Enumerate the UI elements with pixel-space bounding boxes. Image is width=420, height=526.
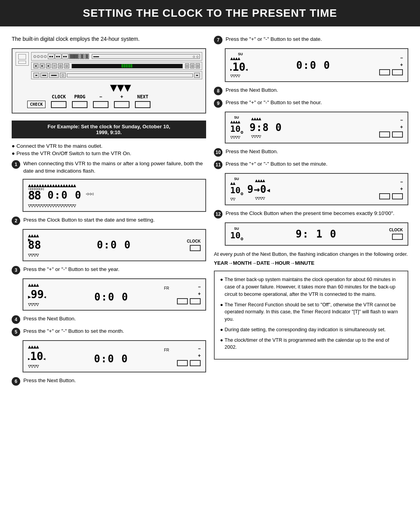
step-6: 6 Press the Next Button.: [12, 377, 206, 386]
prog-button[interactable]: [72, 101, 88, 108]
prog-btn-label: PROG: [74, 94, 86, 100]
step12-clock-label: CLOCK: [389, 228, 403, 232]
step-text-1: When connecting this VTR to the mains or…: [23, 160, 206, 175]
clock-button[interactable]: [51, 101, 66, 108]
display-step11: SU ▲▲ 10o ▽▽ ▲▲▲▲ 9→0◀ ▽▽▽▽ − +: [225, 173, 408, 205]
step11-plus-btn: [392, 193, 403, 199]
step-12: 12 Press the Clock Button when the prese…: [214, 210, 408, 218]
plus-button[interactable]: [114, 101, 130, 108]
page-title: SETTING THE CLOCK TO THE PRESENT TIME: [0, 0, 420, 26]
step-10: 10 Press the Next Button.: [214, 148, 408, 157]
step9-minus-btn: [379, 131, 390, 138]
plus-btn-label: +: [121, 94, 123, 100]
step2-clock-label: CLOCK: [187, 239, 201, 243]
step-num-7: 7: [214, 36, 222, 44]
display-step1: ▲▲▲▲▲▲▲▲▲▲▲▲▲▲▲▲▲▲ ◁◁◁◁◁◁◁ 88 0:0 0 ◁◁◁ …: [23, 179, 206, 212]
step-9: 9 Press the "+" or "-" Button to set the…: [214, 99, 408, 108]
step-num-12: 12: [214, 210, 222, 218]
step-text-4: Press the Next Button.: [23, 315, 76, 323]
step3-minus-btn: [177, 298, 188, 304]
step-num-5: 5: [12, 328, 20, 336]
step-11: 11 Press the "+" or "-" Button to set th…: [214, 161, 408, 169]
left-column: The built-in digital clock employs the 2…: [12, 36, 206, 390]
order-text: At every push of the Next Button, the fl…: [214, 250, 408, 258]
note-2: ● The Timer Record Function should be se…: [220, 301, 402, 323]
step-text-9: Press the "+" or "-" Button to set the h…: [226, 99, 322, 107]
step3-plus-btn: [190, 298, 201, 304]
next-button[interactable]: [135, 101, 150, 108]
right-column: 7 Press the "+" or "-" Button to set the…: [214, 36, 408, 390]
step-text-3: Press the "+" or "-" Button to set the y…: [23, 266, 119, 273]
next-btn-label: NEXT: [137, 94, 149, 100]
step12-clock-btn: [392, 234, 403, 240]
step-num-2: 2: [12, 217, 20, 225]
step-num-10: 10: [214, 148, 222, 157]
step-text-2: Press the Clock Button to start the date…: [23, 217, 155, 224]
note-3: ● During date setting, the corresponding…: [220, 326, 402, 334]
step5-plus-btn: [190, 360, 201, 366]
device-row3: ▬ ▬▬ ▬▬▬ □ ▬: [31, 71, 202, 79]
step-num-9: 9: [214, 99, 222, 108]
clock-btn-label: CLOCK: [52, 94, 66, 100]
step12-su-label: SU: [234, 227, 239, 231]
check-label: CHECK: [27, 101, 46, 108]
step-text-7: Press the "+" or "-" Button to set the d…: [226, 36, 322, 43]
step9-plus-btn: [392, 131, 403, 138]
note-4: ● The clock/timer of the VTR is programm…: [220, 337, 402, 351]
example-box: For Example: Set the clock for Sunday, O…: [12, 121, 206, 138]
step-text-8: Press the Next Button.: [226, 87, 278, 94]
step5-minus-btn: [177, 360, 188, 366]
connect-steps: ● Connect the VTR to the mains outlet. ●…: [12, 143, 206, 156]
step-2: 2 Press the Clock Button to start the da…: [12, 217, 206, 225]
display-step9: SU ▲▲▲▲ 10o ▽▽▽▽ ▲▲▲▲ 9:8 0 ▽▽▽▽ − +: [225, 112, 408, 143]
note-1: ● The timer back-up system maintains the…: [220, 276, 402, 298]
connect-step-2: ● Press the VTR On/Off Switch to turn th…: [12, 150, 206, 156]
display-step12: SU 10o 9: 1 0 CLOCK: [225, 222, 408, 246]
step-num-6: 6: [12, 377, 20, 386]
step-3: 3 Press the "+" or "-" Button to set the…: [12, 266, 206, 274]
display-step3: ▲▲▲▲ ▶99◀ ▽▽▽▽ FR 0:0 0 − +: [23, 278, 206, 311]
step-7: 7 Press the "+" or "-" Button to set the…: [214, 36, 408, 44]
intro-text: The built-in digital clock employs the 2…: [12, 36, 206, 42]
device-row1: ▪▪ ▪▪ ▪▪ ▒▒▒▒ ▒ ▒ ▬▬▬ ○○: [31, 52, 202, 61]
step-8: 8 Press the Next Button.: [214, 87, 408, 95]
step-1: 1 When connecting this VTR to the mains …: [12, 160, 206, 175]
display-step7: SU ▲▲▲▲ ▶10◀ ▽▽▽▽ 0:0 0 − +: [225, 48, 408, 82]
step-num-4: 4: [12, 315, 20, 324]
step7-minus-btn: [379, 69, 390, 75]
display-step2: ▲▲▲▲ ▶ 88 ▽▽▽▽ 0:0 0 CLOCK: [23, 229, 206, 261]
step-text-6: Press the Next Button.: [23, 377, 76, 384]
button-row: CHECK CLOCK PROG − +: [16, 94, 202, 110]
device-left-panel: [16, 52, 29, 66]
device-illustration: ▪▪ ▪▪ ▪▪ ▒▒▒▒ ▒ ▒ ▬▬▬ ○○ ▪: [12, 48, 206, 114]
step11-minus-btn: [379, 193, 390, 199]
step-num-8: 8: [214, 87, 222, 95]
example-line1: For Example: Set the clock for Sunday, O…: [47, 124, 170, 129]
device-right-panel: ▪▪ ▪▪ ▪▪ ▒▒▒▒ ▒ ▒ ▬▬▬ ○○ ▪: [31, 52, 202, 79]
step-text-11: Press the "+" or "-" Button to set the m…: [226, 161, 327, 168]
example-line2: 1999, 9:10.: [96, 129, 122, 135]
year-flow: YEAR→MONTH→DATE→HOUR→MINUTE: [214, 260, 408, 266]
step2-clock-btn: [190, 245, 201, 251]
minus-button[interactable]: [93, 101, 108, 108]
header-title-text: SETTING THE CLOCK TO THE PRESENT TIME: [83, 7, 337, 19]
step-text-12: Press the Clock Button when the present …: [226, 210, 394, 217]
step-5: 5 Press the "+" or "-" Button to set the…: [12, 328, 206, 336]
step-num-3: 3: [12, 266, 20, 274]
step-num-11: 11: [214, 161, 222, 169]
step-text-10: Press the Next Button.: [226, 148, 278, 156]
step7-plus-btn: [392, 69, 403, 75]
step-text-5: Press the "+" or "-" Button to set the m…: [23, 328, 124, 335]
step-4: 4 Press the Next Button.: [12, 315, 206, 324]
connect-step-1: ● Connect the VTR to the mains outlet.: [12, 143, 206, 149]
notes-box: ● The timer back-up system maintains the…: [214, 271, 408, 360]
down-arrow: ▼▼▼: [39, 82, 202, 93]
display-step5: ▲▲▲▲ ▶10◀ ▽▽▽▽ FR 0:0 0 − +: [23, 340, 206, 372]
step-num-1: 1: [12, 160, 20, 169]
minus-btn-label: −: [100, 94, 102, 100]
device-row2: ▪ ▪ ▪ ─ ○ ○ ▒▒▒▒▒ ○ ○ ○: [31, 62, 202, 70]
